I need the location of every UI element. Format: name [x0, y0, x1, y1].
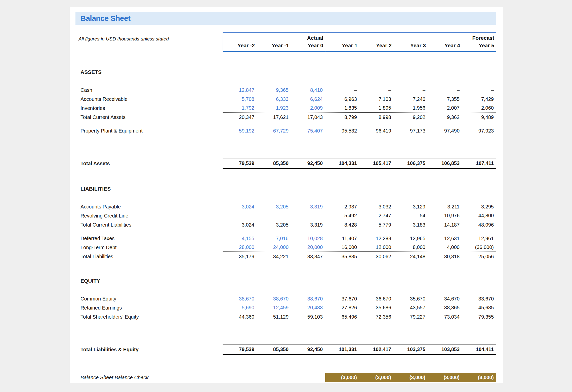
col-header-year-5: Year 5 — [463, 42, 497, 49]
cell: 73,034 — [428, 312, 462, 321]
cell: 97,490 — [428, 126, 462, 135]
row-label: Total Current Liabilities — [75, 220, 223, 229]
cell: 79,539 — [223, 158, 257, 168]
cell: (3,000) — [325, 373, 359, 382]
row-label: Common Equity — [75, 294, 223, 303]
cell: 5,690 — [223, 303, 257, 312]
spacer — [75, 122, 496, 126]
cell: – — [428, 85, 462, 95]
cell: 4,000 — [428, 243, 462, 251]
row-total-current-assets: Total Current Assets20,34717,62117,0438,… — [75, 113, 496, 122]
cell: 20,000 — [291, 243, 325, 251]
cell: 106,853 — [428, 158, 462, 168]
cell: 79,227 — [394, 312, 428, 321]
row-total-current-liabilities: Total Current Liabilities3,0243,2053,319… — [75, 220, 496, 229]
cell: 59,192 — [223, 126, 257, 135]
cell: 38,670 — [223, 294, 257, 303]
row-values: 3,0243,2053,3192,9373,0323,1293,2113,295 — [223, 202, 496, 211]
cell: 12,965 — [394, 234, 428, 243]
cell: 20,433 — [291, 303, 325, 312]
cell: 7,246 — [394, 95, 428, 104]
row-label: Total Liabilities & Equity — [75, 344, 223, 355]
cell: 2,937 — [325, 202, 359, 211]
column-header-box: Actual Forecast Year -2 Year -1 Year 0 Y… — [223, 32, 496, 52]
cell: 34,221 — [257, 252, 291, 261]
cell: 35,670 — [394, 294, 428, 303]
row-values: 5,7086,3336,6246,9637,1037,2467,3557,429 — [223, 95, 496, 104]
units-note: All figures in USD thousands unless stat… — [75, 32, 223, 52]
cell: 38,670 — [291, 294, 325, 303]
cell: 45,685 — [462, 303, 496, 312]
row-total-shareholders-equity: Total Shareholders' Equity44,36051,12959… — [75, 312, 496, 321]
row-label: Balance Sheet Balance Check — [75, 373, 223, 382]
cell: 8,799 — [325, 113, 359, 122]
forecast-label: Forecast — [463, 34, 497, 42]
row-label: Accounts Receivable — [75, 95, 223, 104]
cell: 12,000 — [359, 243, 394, 251]
row-values: 5,69012,45920,43327,82635,68643,55738,36… — [223, 303, 496, 312]
cell: 12,631 — [428, 234, 462, 243]
cell: 3,319 — [291, 202, 325, 211]
row-label: Long-Term Debt — [75, 243, 223, 252]
cell: 65,496 — [325, 312, 359, 321]
cell: 5,708 — [223, 95, 257, 104]
row-label: Deferred Taxes — [75, 234, 223, 243]
year-column-labels: Year -2 Year -1 Year 0 Year 1 Year 2 Yea… — [223, 42, 496, 49]
cell: 9,202 — [394, 113, 428, 122]
cell: 27,826 — [325, 303, 359, 312]
cell: 8,410 — [291, 85, 325, 95]
section-heading-liabilities: LIABILITIES — [75, 186, 496, 192]
cell: 51,129 — [257, 312, 291, 321]
cell: 2,007 — [428, 104, 462, 112]
cell: 67,729 — [257, 126, 291, 135]
cell: 3,295 — [462, 202, 496, 211]
cell: 104,331 — [325, 158, 359, 168]
cell: 5,492 — [325, 211, 359, 220]
cell: 92,450 — [291, 158, 325, 168]
cell: 54 — [394, 211, 428, 220]
spacer — [75, 135, 496, 158]
cell: 14,187 — [428, 220, 462, 229]
row-label: Property Plant & Equipment — [75, 126, 223, 135]
section-heading-equity: EQUITY — [75, 278, 496, 284]
cell: 79,539 — [223, 344, 257, 354]
cell: 97,173 — [394, 126, 428, 135]
cell: – — [359, 85, 394, 95]
cell: 12,847 — [223, 85, 257, 95]
row-label: Cash — [75, 85, 223, 95]
col-header-year-minus1: Year -1 — [257, 42, 292, 49]
cell: 33,670 — [462, 294, 496, 303]
balance-sheet-document: Balance Sheet All figures in USD thousan… — [70, 7, 503, 383]
cell: 6,963 — [325, 95, 359, 104]
cell: – — [291, 373, 325, 382]
cell: – — [462, 85, 496, 95]
row-values: 20,34717,62117,0438,7998,9989,2029,3629,… — [223, 113, 496, 122]
cell: 35,686 — [359, 303, 394, 312]
cell: 102,417 — [359, 344, 394, 354]
cell: (3,000) — [462, 373, 496, 382]
cell: 44,360 — [223, 312, 257, 321]
cell: 1,923 — [257, 104, 291, 112]
cell: 8,998 — [359, 113, 394, 122]
cell: 17,621 — [257, 113, 291, 122]
cell: 12,283 — [359, 234, 394, 243]
cell: 44,800 — [462, 211, 496, 220]
row-values: 4,1557,01610,02811,40712,28312,96512,631… — [223, 234, 496, 243]
cell: 9,489 — [462, 113, 496, 122]
cell: 24,000 — [257, 243, 291, 251]
cell: (36,000) — [462, 243, 496, 251]
cell: 3,024 — [223, 202, 257, 211]
cell: 3,205 — [257, 202, 291, 211]
actual-forecast-divider — [325, 33, 326, 51]
cell: 9,362 — [428, 113, 462, 122]
col-header-year-0: Year 0 — [292, 42, 326, 49]
section-heading-assets: ASSETS — [75, 69, 496, 75]
cell: – — [223, 211, 257, 220]
cell: 7,103 — [359, 95, 394, 104]
cell: 28,000 — [223, 243, 257, 251]
row-values: –––5,4922,7475410,97644,800 — [223, 211, 496, 220]
cell: 43,557 — [394, 303, 428, 312]
cell: 8,000 — [394, 243, 428, 251]
actual-label: Actual — [292, 34, 326, 42]
page-title: Balance Sheet — [75, 14, 131, 23]
